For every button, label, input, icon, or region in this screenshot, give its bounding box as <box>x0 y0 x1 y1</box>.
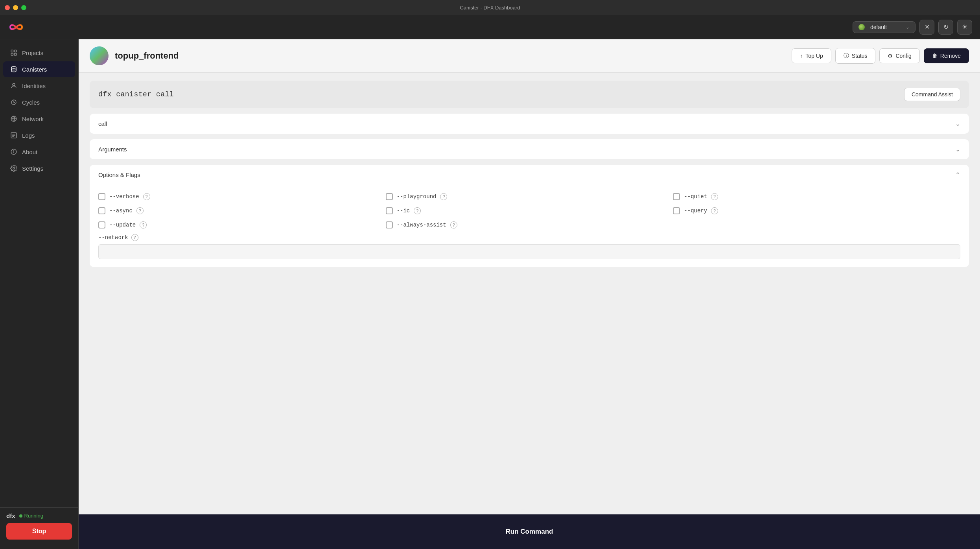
refresh-button[interactable]: ↻ <box>938 20 953 35</box>
close-button[interactable]: ✕ <box>919 20 934 35</box>
quiet-checkbox[interactable] <box>673 193 680 200</box>
sidebar-item-network[interactable]: Network <box>3 111 75 127</box>
remove-button[interactable]: 🗑 Remove <box>924 48 969 63</box>
minimize-window-button[interactable] <box>13 5 18 10</box>
theme-icon: ☀ <box>962 23 967 31</box>
content-area: topup_frontend ↑ Top Up ⓘ Status ⚙ Confi… <box>79 39 980 549</box>
canister-identity: topup_frontend <box>90 46 179 65</box>
sidebar-item-about[interactable]: About <box>3 144 75 160</box>
option-async: --async ? <box>98 207 386 214</box>
maximize-window-button[interactable] <box>21 5 26 10</box>
quiet-help-icon[interactable]: ? <box>711 193 718 200</box>
query-checkbox[interactable] <box>673 207 680 214</box>
close-icon: ✕ <box>925 23 930 31</box>
sidebar-label-projects: Projects <box>22 50 43 56</box>
playground-help-icon[interactable]: ? <box>440 193 447 200</box>
ic-help-icon[interactable]: ? <box>414 207 421 214</box>
stop-button[interactable]: Stop <box>6 523 72 540</box>
run-command-bar: Run Command <box>79 514 980 549</box>
sidebar: Projects Canisters Identities Cycles <box>0 39 79 549</box>
options-body: --verbose ? --playground ? --quiet <box>90 185 969 267</box>
always-assist-checkbox[interactable] <box>386 221 393 228</box>
arguments-header[interactable]: Arguments <box>90 139 969 159</box>
options-section: Options & Flags --verbose ? <box>90 165 969 267</box>
call-dropdown-chevron <box>955 120 960 127</box>
running-indicator: Running <box>19 513 43 519</box>
sidebar-item-identities[interactable]: Identities <box>3 78 75 94</box>
settings-icon <box>10 165 17 172</box>
sidebar-label-canisters: Canisters <box>22 66 47 73</box>
options-grid: --verbose ? --playground ? --quiet <box>98 193 960 228</box>
command-area: dfx canister call Command Assist call Ar… <box>79 73 980 514</box>
identities-icon <box>10 82 17 89</box>
network-input[interactable] <box>98 244 960 259</box>
svg-rect-2 <box>11 53 13 55</box>
cycles-icon <box>10 99 17 106</box>
logs-icon <box>10 132 17 139</box>
chevron-down-icon: ⌄ <box>906 24 910 30</box>
network-label: --network ? <box>98 234 960 241</box>
network-flag-label: --network <box>98 234 128 241</box>
async-label: --async <box>109 208 133 214</box>
dfx-label: dfx <box>6 512 15 519</box>
sidebar-label-settings: Settings <box>22 165 43 172</box>
status-label: Status <box>852 53 868 59</box>
config-label: Config <box>895 53 911 59</box>
sidebar-label-network: Network <box>22 116 44 122</box>
option-playground: --playground ? <box>386 193 673 200</box>
verbose-help-icon[interactable]: ? <box>143 193 150 200</box>
logo-icon <box>8 19 24 35</box>
identity-avatar <box>858 24 865 30</box>
running-dot <box>19 514 22 518</box>
ic-checkbox[interactable] <box>386 207 393 214</box>
sidebar-label-about: About <box>22 149 37 155</box>
options-chevron <box>955 171 960 179</box>
sidebar-item-projects[interactable]: Projects <box>3 45 75 61</box>
remove-icon: 🗑 <box>932 53 938 59</box>
close-window-button[interactable] <box>5 5 10 10</box>
sidebar-label-identities: Identities <box>22 83 46 89</box>
config-button[interactable]: ⚙ Config <box>879 48 919 63</box>
sidebar-label-logs: Logs <box>22 132 35 139</box>
top-up-icon: ↑ <box>800 53 803 59</box>
update-checkbox[interactable] <box>98 221 105 228</box>
status-button[interactable]: ⓘ Status <box>835 48 876 64</box>
options-label: Options & Flags <box>98 171 140 178</box>
header: default ⌄ ✕ ↻ ☀ <box>0 15 980 39</box>
async-help-icon[interactable]: ? <box>136 207 144 214</box>
theme-toggle-button[interactable]: ☀ <box>957 20 972 35</box>
about-icon <box>10 148 17 155</box>
verbose-checkbox[interactable] <box>98 193 105 200</box>
query-label: --query <box>684 208 707 214</box>
sidebar-item-cycles[interactable]: Cycles <box>3 94 75 110</box>
arguments-label: Arguments <box>98 146 127 153</box>
sidebar-item-settings[interactable]: Settings <box>3 160 75 176</box>
remove-label: Remove <box>940 53 961 59</box>
run-command-button[interactable]: Run Command <box>90 522 969 541</box>
async-checkbox[interactable] <box>98 207 105 214</box>
sidebar-item-logs[interactable]: Logs <box>3 127 75 143</box>
identity-selector[interactable]: default ⌄ <box>853 21 916 33</box>
refresh-icon: ↻ <box>943 23 949 31</box>
canister-header: topup_frontend ↑ Top Up ⓘ Status ⚙ Confi… <box>79 39 980 73</box>
query-help-icon[interactable]: ? <box>711 207 718 214</box>
call-dropdown-label: call <box>98 120 107 127</box>
canisters-icon <box>10 66 17 73</box>
update-help-icon[interactable]: ? <box>140 221 147 228</box>
network-help-icon[interactable]: ? <box>131 234 138 241</box>
dfx-status-panel: dfx Running Stop <box>0 507 78 544</box>
app-logo <box>8 19 24 35</box>
sidebar-item-canisters[interactable]: Canisters <box>3 61 75 77</box>
always-assist-help-icon[interactable]: ? <box>450 221 457 228</box>
projects-icon <box>10 49 17 56</box>
call-dropdown-header[interactable]: call <box>90 114 969 134</box>
svg-point-15 <box>13 168 15 169</box>
command-assist-button[interactable]: Command Assist <box>904 88 960 101</box>
top-up-button[interactable]: ↑ Top Up <box>792 48 831 63</box>
option-update: --update ? <box>98 221 386 228</box>
command-text: dfx canister call <box>98 90 174 98</box>
playground-checkbox[interactable] <box>386 193 393 200</box>
options-header[interactable]: Options & Flags <box>90 165 969 185</box>
option-query: --query ? <box>673 207 960 214</box>
svg-rect-3 <box>15 53 17 55</box>
